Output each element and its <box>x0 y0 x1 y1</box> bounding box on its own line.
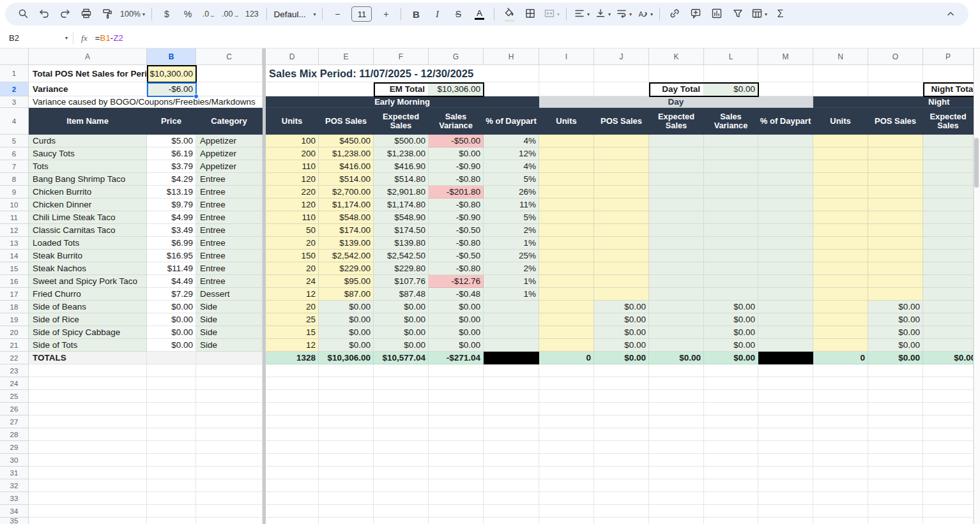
cell-B16[interactable]: $4.49 <box>147 275 196 288</box>
cell-N29[interactable] <box>813 441 868 454</box>
cell-B12[interactable]: $3.49 <box>147 224 196 237</box>
cell-A28[interactable] <box>29 428 147 441</box>
daypart-header-M4[interactable]: % of Daypart <box>758 108 813 135</box>
cell-J16[interactable] <box>594 275 649 288</box>
cell-A10[interactable]: Chicken Dinner <box>29 198 147 211</box>
cell-K16[interactable] <box>649 275 704 288</box>
cell-A35[interactable] <box>29 518 147 524</box>
redo-button[interactable] <box>55 5 75 23</box>
cell-C33[interactable] <box>196 492 263 505</box>
cell-F21[interactable]: $0.00 <box>374 339 429 352</box>
row-header-22[interactable]: 22 <box>0 352 29 364</box>
cell-M14[interactable] <box>758 250 813 262</box>
cell-E16[interactable]: $95.00 <box>319 275 374 288</box>
cell-E2[interactable] <box>319 82 374 96</box>
daypart-header-P4[interactable]: Expected Sales <box>923 108 974 135</box>
cell-O1[interactable] <box>868 65 923 82</box>
cell-O28[interactable] <box>868 428 923 441</box>
em-total-value[interactable]: $10,306.00 <box>429 82 484 96</box>
cell-M5[interactable] <box>758 135 813 147</box>
cell-G21[interactable]: $0.00 <box>429 339 484 352</box>
column-header-F[interactable]: F <box>374 49 429 65</box>
cell-E35[interactable] <box>319 518 374 524</box>
cell-B25[interactable] <box>147 390 196 403</box>
cell-C5[interactable]: Appetizer <box>196 135 263 147</box>
cell-N2[interactable] <box>813 82 868 96</box>
cell-F13[interactable]: $139.80 <box>374 237 429 250</box>
cell-J25[interactable] <box>594 390 649 403</box>
column-header-G[interactable]: G <box>429 49 484 65</box>
cell-L18[interactable]: $0.00 <box>704 301 758 313</box>
cell-I15[interactable] <box>539 262 594 275</box>
row-header-28[interactable]: 28 <box>0 428 29 441</box>
cell-I21[interactable] <box>539 339 594 352</box>
cell-P23[interactable] <box>923 364 974 377</box>
cell-G14[interactable]: -$0.50 <box>429 250 484 262</box>
column-header-E[interactable]: E <box>319 49 374 65</box>
cell-K11[interactable] <box>649 211 704 224</box>
column-header-B[interactable]: B <box>147 49 196 65</box>
row-header-8[interactable]: 8 <box>0 173 29 186</box>
cell-L23[interactable] <box>704 364 758 377</box>
cell-P35[interactable] <box>923 518 974 524</box>
cell-B15[interactable]: $11.49 <box>147 262 196 275</box>
cell-M25[interactable] <box>758 390 813 403</box>
cell-K12[interactable] <box>649 224 704 237</box>
cell-C34[interactable] <box>196 505 263 518</box>
cell-I33[interactable] <box>539 492 594 505</box>
cell-M11[interactable] <box>758 211 813 224</box>
cell-J29[interactable] <box>594 441 649 454</box>
cell-B8[interactable]: $4.29 <box>147 173 196 186</box>
cell-C17[interactable]: Dessert <box>196 288 263 301</box>
cell-G8[interactable]: -$0.80 <box>429 173 484 186</box>
cell-I25[interactable] <box>539 390 594 403</box>
cell-K21[interactable] <box>649 339 704 352</box>
cell-N31[interactable] <box>813 467 868 479</box>
cell-F23[interactable] <box>374 364 429 377</box>
cell-K19[interactable] <box>649 313 704 326</box>
row-header-10[interactable]: 10 <box>0 198 29 211</box>
cell-O11[interactable] <box>868 211 923 224</box>
cell-J23[interactable] <box>594 364 649 377</box>
cell-D8[interactable]: 120 <box>266 173 319 186</box>
cell-P11[interactable] <box>923 211 974 224</box>
cell-H26[interactable] <box>484 403 539 415</box>
row-header-12[interactable]: 12 <box>0 224 29 237</box>
night-total-label[interactable]: Night Total <box>923 82 974 96</box>
cell-E22[interactable]: $10,306.00 <box>319 352 374 364</box>
cell-L35[interactable] <box>704 518 758 524</box>
cell-N15[interactable] <box>813 262 868 275</box>
cell-G34[interactable] <box>429 505 484 518</box>
cell-D25[interactable] <box>266 390 319 403</box>
format-percent-button[interactable]: % <box>178 5 198 23</box>
row-header-24[interactable]: 24 <box>0 377 29 390</box>
cell-K31[interactable] <box>649 467 704 479</box>
cell-N1[interactable] <box>813 65 868 82</box>
cell-L14[interactable] <box>704 250 758 262</box>
cell-B18[interactable]: $0.00 <box>147 301 196 313</box>
cell-E21[interactable]: $0.00 <box>319 339 374 352</box>
cell-J10[interactable] <box>594 198 649 211</box>
cell-F8[interactable]: $514.80 <box>374 173 429 186</box>
cell-B13[interactable]: $6.99 <box>147 237 196 250</box>
row-header-13[interactable]: 13 <box>0 237 29 250</box>
increase-font-size-button[interactable]: + <box>376 5 396 23</box>
cell-D13[interactable]: 20 <box>266 237 319 250</box>
cell-H10[interactable]: 11% <box>484 198 539 211</box>
row-header-20[interactable]: 20 <box>0 326 29 339</box>
cell-A33[interactable] <box>29 492 147 505</box>
zoom-select[interactable]: 100%▾ <box>118 5 147 23</box>
cell-D20[interactable]: 15 <box>266 326 319 339</box>
cell-G9[interactable]: -$201.80 <box>429 186 484 198</box>
cell-B31[interactable] <box>147 467 196 479</box>
cell-I8[interactable] <box>539 173 594 186</box>
cell-I35[interactable] <box>539 518 594 524</box>
cell-A23[interactable] <box>29 364 147 377</box>
cell-E17[interactable]: $87.00 <box>319 288 374 301</box>
cell-G27[interactable] <box>429 415 484 428</box>
cell-M2[interactable] <box>758 82 813 96</box>
cell-G33[interactable] <box>429 492 484 505</box>
cell-J27[interactable] <box>594 415 649 428</box>
cell-B34[interactable] <box>147 505 196 518</box>
cell-H35[interactable] <box>484 518 539 524</box>
